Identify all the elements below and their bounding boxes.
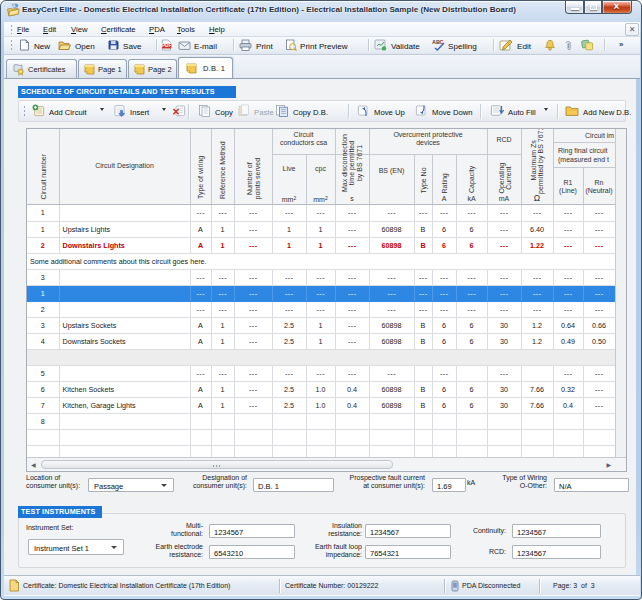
svg-text:PDF: PDF xyxy=(162,43,171,48)
